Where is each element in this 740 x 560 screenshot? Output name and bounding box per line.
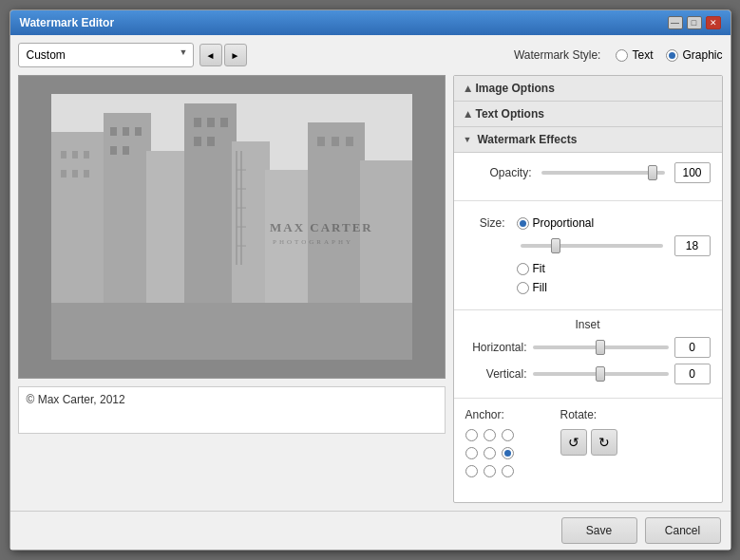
watermark-effects-title: Watermark Effects [477, 133, 577, 146]
rotate-label: Rotate: [560, 408, 617, 421]
style-text-option[interactable]: Text [616, 48, 653, 62]
proportional-label: Proportional [533, 216, 595, 230]
svg-rect-27 [346, 137, 353, 146]
text-options-title: Text Options [476, 107, 544, 121]
size-fit-row: Fit [465, 262, 711, 275]
fill-radio[interactable] [517, 282, 529, 294]
rotate-part: Rotate: ↺ ↻ [560, 408, 617, 456]
maximize-button[interactable]: □ [687, 16, 702, 29]
text-options-header[interactable]: ▶ Text Options [454, 102, 722, 127]
opacity-label: Opacity: [465, 166, 532, 179]
size-value-input[interactable] [674, 235, 711, 256]
svg-rect-13 [72, 170, 78, 177]
opacity-value-input[interactable] [674, 162, 711, 183]
svg-rect-24 [207, 137, 215, 146]
inset-title: Inset [465, 318, 711, 331]
size-slider-row [465, 235, 711, 256]
svg-text:PHOTOGRAPHY: PHOTOGRAPHY [273, 238, 353, 246]
image-options-header[interactable]: ▶ Image Options [454, 76, 722, 102]
preview-panel: MAX CARTER PHOTOGRAPHY © Max Carter, 201… [18, 75, 446, 503]
svg-rect-14 [84, 170, 89, 177]
opacity-slider-thumb[interactable] [648, 165, 657, 180]
anchor-0-2[interactable] [502, 429, 514, 441]
proportional-option[interactable]: Proportional [517, 216, 595, 230]
anchor-1-0[interactable] [465, 447, 478, 459]
building-svg: MAX CARTER PHOTOGRAPHY [51, 94, 412, 360]
graphic-radio-label: Graphic [682, 48, 722, 62]
title-bar-buttons: — □ ✕ [668, 16, 721, 29]
horizontal-thumb[interactable] [596, 340, 605, 355]
fit-label: Fit [533, 262, 545, 275]
image-options-chevron: ▶ [462, 85, 471, 92]
opacity-row: Opacity: [465, 162, 711, 183]
graphic-radio[interactable] [666, 49, 678, 62]
watermark-effects-header[interactable]: ▼ Watermark Effects [454, 127, 722, 153]
anchor-2-1[interactable] [484, 465, 496, 477]
watermark-style-label: Watermark Style: [514, 48, 601, 62]
svg-rect-26 [332, 137, 339, 146]
style-radio-group: Text Graphic [616, 48, 722, 62]
next-button[interactable]: ► [224, 44, 247, 66]
anchor-grid [465, 429, 517, 480]
style-graphic-option[interactable]: Graphic [666, 48, 722, 62]
anchor-1-2[interactable] [502, 447, 514, 459]
text-radio[interactable] [616, 49, 628, 62]
main-content: MAX CARTER PHOTOGRAPHY © Max Carter, 201… [18, 75, 723, 503]
caption-box: © Max Carter, 2012 [18, 386, 446, 434]
rotate-buttons: ↺ ↻ [560, 429, 617, 456]
minimize-button[interactable]: — [668, 16, 683, 29]
size-label: Size: [465, 216, 505, 230]
fit-option[interactable]: Fit [517, 262, 545, 275]
preset-select[interactable]: Custom [18, 43, 194, 67]
prev-button[interactable]: ◄ [199, 44, 222, 66]
horizontal-inset-row: Horizontal: [465, 337, 711, 358]
svg-rect-25 [317, 137, 325, 146]
rotate-cw-button[interactable]: ↻ [591, 429, 617, 456]
dialog-body: Custom ◄ ► Watermark Style: Text [10, 35, 731, 511]
anchor-2-2[interactable] [502, 465, 514, 477]
anchor-0-1[interactable] [484, 429, 496, 441]
text-radio-label: Text [632, 48, 653, 62]
watermark-editor-dialog: Watermark Editor — □ ✕ Custom ◄ ► [9, 9, 731, 551]
horizontal-slider[interactable] [533, 345, 669, 349]
size-proportional-row: Size: Proportional [465, 216, 711, 230]
size-slider-thumb[interactable] [551, 238, 560, 253]
anchor-2-0[interactable] [465, 465, 478, 477]
fill-option[interactable]: Fill [517, 281, 547, 294]
svg-rect-12 [61, 170, 66, 177]
svg-rect-35 [51, 303, 412, 360]
style-bar: Watermark Style: Text Graphic [514, 48, 723, 62]
save-button[interactable]: Save [561, 517, 637, 544]
vertical-thumb[interactable] [596, 366, 605, 382]
vertical-slider[interactable] [533, 372, 669, 376]
fit-radio[interactable] [517, 263, 529, 275]
vertical-value-input[interactable] [674, 364, 711, 384]
vertical-label: Vertical: [465, 367, 527, 381]
anchor-part: Anchor: [465, 408, 517, 480]
anchor-0-0[interactable] [465, 429, 478, 441]
anchor-1-1[interactable] [484, 447, 496, 459]
top-bar: Custom ◄ ► Watermark Style: Text [18, 43, 723, 67]
anchor-label: Anchor: [465, 408, 517, 421]
close-button[interactable]: ✕ [706, 16, 721, 29]
svg-rect-21 [207, 118, 215, 127]
horizontal-value-input[interactable] [674, 337, 711, 358]
dialog-footer: Save Cancel [10, 511, 731, 550]
svg-rect-15 [110, 127, 117, 136]
vertical-inset-row: Vertical: [465, 364, 711, 384]
opacity-slider-track[interactable] [541, 171, 665, 175]
proportional-radio[interactable] [517, 217, 529, 230]
cancel-button[interactable]: Cancel [645, 517, 721, 544]
svg-rect-10 [72, 151, 78, 159]
svg-rect-18 [110, 146, 117, 155]
rotate-ccw-button[interactable]: ↺ [560, 429, 587, 456]
top-left: Custom ◄ ► [18, 43, 247, 67]
preview-image: MAX CARTER PHOTOGRAPHY [51, 94, 412, 360]
svg-rect-20 [194, 118, 201, 127]
horizontal-label: Horizontal: [465, 341, 527, 354]
size-slider-track[interactable] [521, 244, 663, 248]
size-section: Size: Proportional [454, 201, 722, 310]
svg-rect-23 [194, 137, 201, 146]
inset-section: Inset Horizontal: Vertical: [454, 310, 722, 399]
image-options-title: Image Options [476, 82, 555, 95]
